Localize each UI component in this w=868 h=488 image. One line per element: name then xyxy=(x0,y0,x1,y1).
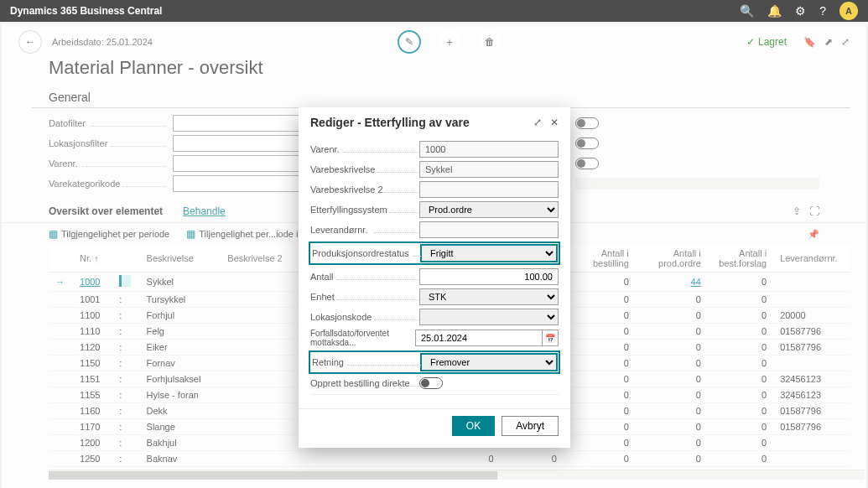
m-varebeskr2-label: Varebeskrivelse 2 xyxy=(310,184,419,195)
m-lev-label: Leverandørnr. xyxy=(310,225,419,235)
m-opprett-toggle[interactable] xyxy=(419,377,443,389)
m-prodstatus-label: Produksjonsordrestatus xyxy=(312,248,421,258)
m-forfall-label: Forfallsdato/forventet mottaksda... xyxy=(310,329,415,347)
m-retning-select[interactable]: Fremover xyxy=(421,354,557,371)
m-retning-label: Retning xyxy=(312,357,421,367)
m-lokkode-select[interactable] xyxy=(419,309,559,325)
m-enhet-select[interactable]: STK xyxy=(419,288,559,305)
close-icon[interactable]: ✕ xyxy=(550,117,559,128)
m-system-select[interactable]: Prod.ordre xyxy=(419,201,559,218)
m-antall-label: Antall xyxy=(310,272,419,282)
m-antall-input[interactable] xyxy=(419,268,559,285)
m-system-label: Etterfyllingssystem xyxy=(310,205,419,215)
m-opprett-label: Opprett bestilling direkte xyxy=(310,378,419,388)
m-varebeskr2-input xyxy=(419,181,559,198)
ok-button[interactable]: OK xyxy=(452,416,495,436)
m-forfall-input[interactable] xyxy=(415,330,542,346)
m-varebeskr-input xyxy=(419,161,559,178)
m-lokkode-label: Lokasjonskode xyxy=(310,312,419,322)
maximize-icon[interactable]: ⤢ xyxy=(533,117,542,128)
m-varenr-label: Varenr. xyxy=(310,144,419,154)
m-varebeskr-label: Varebeskrivelse xyxy=(310,164,419,174)
modal-title: Rediger - Etterfylling av vare xyxy=(310,116,533,129)
m-prodstatus-select[interactable]: Frigitt xyxy=(421,245,557,262)
replenishment-modal: Rediger - Etterfylling av vare ⤢ ✕ Varen… xyxy=(299,107,570,448)
m-varenr-input xyxy=(419,141,559,158)
date-picker-button[interactable]: 📅 xyxy=(542,330,559,346)
m-enhet-label: Enhet xyxy=(310,292,419,302)
m-lev-input xyxy=(419,221,559,238)
cancel-button[interactable]: Avbryt xyxy=(502,416,559,436)
